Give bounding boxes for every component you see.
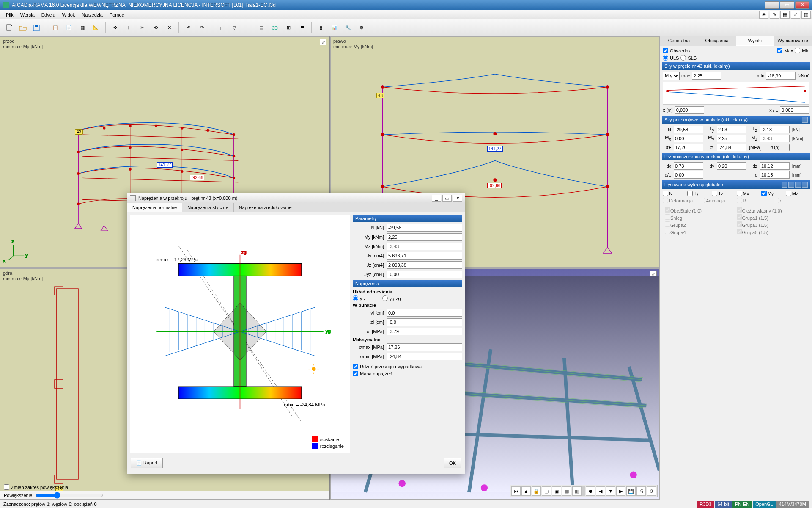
pt-sigmamax[interactable] [387,343,462,351]
pt-zi[interactable] [387,318,462,326]
tb-copy-icon[interactable]: 📋 [49,22,61,34]
nav-save-icon[interactable]: 💾 [626,486,636,496]
dx-value[interactable] [674,162,703,170]
My-value[interactable] [717,135,746,142]
menu-plik[interactable]: Plik [3,12,17,17]
chk-core[interactable] [353,364,358,369]
tb-wrench-icon[interactable]: 🔧 [342,22,354,34]
chk-N[interactable] [663,190,668,196]
nav-print-icon[interactable]: 🖨 [636,486,646,496]
chk-map[interactable] [353,371,358,376]
coord-yz-radio[interactable] [353,295,358,301]
menu-pomoc[interactable]: Pomoc [106,12,127,17]
coord-ygzg-radio[interactable] [382,295,388,301]
tb-section-icon[interactable]: ⊞ [283,22,294,34]
maximize-button[interactable]: ▭ [780,1,794,9]
xL-value[interactable] [780,106,809,114]
quick-btn-3[interactable]: ▦ [780,11,790,19]
obwiednia-check[interactable] [663,48,668,53]
collapse-icon[interactable] [802,117,808,123]
diag-btn1[interactable] [782,182,787,188]
tab-wyniki[interactable]: Wyniki [736,36,774,46]
nav-rec-icon[interactable]: ⏺ [586,486,595,496]
p-Jz[interactable] [387,261,462,269]
sls-radio[interactable] [680,55,686,61]
save-button[interactable] [30,22,42,34]
tb-loads-icon[interactable]: ⫿ [215,22,227,34]
p-Mz[interactable] [387,243,462,250]
p-My[interactable] [387,233,462,241]
chk-My[interactable] [761,190,767,196]
chk-Ty[interactable] [687,190,693,196]
tb-grid-icon[interactable]: ▦ [77,22,88,34]
close-button[interactable]: ✕ [795,1,809,9]
N-value[interactable] [674,126,703,133]
Ty-value[interactable] [717,126,746,133]
dz-value[interactable] [760,162,790,170]
nav-right-icon[interactable]: ▶ [616,486,625,496]
dlg-minimize[interactable]: _ [432,195,441,202]
Mz-value[interactable] [760,135,790,142]
x-value[interactable] [675,106,704,114]
dlg-close[interactable]: ✕ [453,195,462,202]
sigma-plus[interactable] [674,144,703,151]
nav-first-icon[interactable]: ⏮ [511,486,521,496]
d-value[interactable] [760,171,790,179]
report-button[interactable]: 📄 Raport [131,458,163,468]
tb-3d-icon[interactable]: 3D [269,22,281,34]
p-Jyz[interactable] [387,271,462,278]
zoom-range-check[interactable] [4,484,9,490]
section-view[interactable]: yg zg σmax = 17,26 MPa σmin = -24,84 MPa… [130,215,350,453]
tb-props-icon[interactable]: ≣ [296,22,308,34]
dlg-maximize[interactable]: ▭ [442,195,452,202]
nav-view1-icon[interactable]: ▢ [542,486,551,496]
tb-list-icon[interactable]: ☰ [242,22,254,34]
menu-edycja[interactable]: Edycja [38,12,59,17]
dy-value[interactable] [717,162,746,170]
tb-mirror-icon[interactable]: ⟲ [150,22,162,34]
tb-table-icon[interactable]: ▤ [255,22,267,34]
tab-obciazenia[interactable]: Obciążenia [698,36,736,46]
nav-view2-icon[interactable]: ▣ [552,486,561,496]
quick-btn-5[interactable]: ▥ [801,11,811,19]
p-N[interactable] [387,224,462,232]
chk-Tz[interactable] [712,190,717,196]
max-check[interactable] [777,48,782,53]
diag-btn2[interactable] [788,182,794,188]
tb-move-icon[interactable]: ✥ [109,22,121,34]
nav-view4-icon[interactable]: ▥ [572,486,582,496]
dlg-tab-zredukowane[interactable]: Naprężenia zredukowane [234,203,297,212]
tab-wymiarowanie[interactable]: Wymiarowanie [774,36,812,46]
pt-sigma[interactable] [387,328,462,335]
max-value[interactable] [692,72,721,80]
tb-measure-icon[interactable]: 📐 [90,22,102,34]
tb-calc-icon[interactable]: 🖩 [315,22,327,34]
tb-gear-icon[interactable]: ⚙ [356,22,368,34]
undo-button[interactable]: ↶ [182,22,194,34]
min-check[interactable] [795,48,800,53]
sigma-minus[interactable] [717,144,746,151]
pt-yi[interactable] [387,309,462,317]
nav-up-icon[interactable]: ▲ [521,486,531,496]
menu-narzedzia[interactable]: Narzędzia [78,12,106,17]
sigma-p-button[interactable]: σ (p) [760,144,790,151]
tb-array-icon[interactable]: ⫴ [123,22,134,34]
minimize-button[interactable]: _ [765,1,779,9]
force-select[interactable]: M y [663,72,680,80]
tb-results-icon[interactable]: 📊 [329,22,340,34]
zoom-slider[interactable] [36,492,103,499]
quick-btn-1[interactable]: 👁 [759,11,768,19]
nav-left-icon[interactable]: ◀ [596,486,605,496]
dlg-tab-normalne[interactable]: Naprężenia normalne [127,203,182,212]
tb-cut-icon[interactable]: ✂ [136,22,148,34]
nav-down-icon[interactable]: ▼ [606,486,615,496]
new-button[interactable] [3,22,15,34]
chk-Mx[interactable] [737,190,742,196]
tb-paste-icon[interactable]: 📄 [63,22,75,34]
diag-btn4[interactable] [802,182,808,188]
quick-btn-2[interactable]: ✎ [770,11,779,19]
nav-lock-icon[interactable]: 🔒 [532,486,541,496]
dialog-titlebar[interactable]: Naprężenia w przekroju - pręt nr 43 (x=0… [127,193,465,203]
tb-filter-icon[interactable]: ▽ [228,22,240,34]
p-Jy[interactable] [387,252,462,260]
